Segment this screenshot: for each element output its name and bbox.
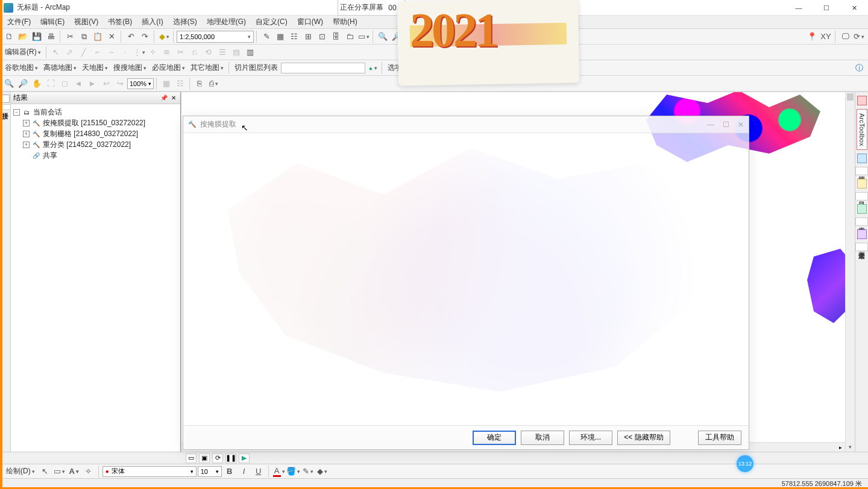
open-icon[interactable]: 📂 <box>16 30 30 43</box>
basemap-bing[interactable]: 必应地图 <box>149 63 187 73</box>
right-tab-create-features[interactable]: 创建要素 <box>855 243 868 251</box>
layout-back-icon[interactable]: ↩ <box>99 77 113 90</box>
dialog-maximize-icon[interactable]: ☐ <box>723 120 729 129</box>
layout-zoom-combo[interactable]: 100%▾ <box>127 78 154 89</box>
rectangle-tool-icon[interactable]: ▭ <box>53 465 66 478</box>
layout-view-tab[interactable]: ▣ <box>199 453 210 463</box>
right-tab-attributes[interactable]: 属性 <box>855 167 868 175</box>
menu-edit[interactable]: 编辑(E) <box>36 16 69 28</box>
editor-toolbar-icon[interactable]: ✎ <box>260 30 273 43</box>
tree-item[interactable]: + 重分类 [214522_03272022] <box>12 139 179 150</box>
resume-draw-icon[interactable]: ▶ <box>239 453 250 463</box>
go-to-xy-icon[interactable]: 📍 <box>805 30 819 43</box>
layout-toggle1-icon[interactable]: ⎘ <box>193 77 206 90</box>
find-icon[interactable]: ⊡ <box>315 30 329 43</box>
layout-grid-icon[interactable]: ▦ <box>160 77 173 90</box>
layout-zoom-in-icon[interactable]: 🔍 <box>2 77 16 90</box>
menu-insert[interactable]: 插入(I) <box>137 16 168 28</box>
basemap-amap[interactable]: 高德地图 <box>41 63 79 73</box>
tree-item[interactable]: + 复制栅格 [214830_03272022] <box>12 128 179 139</box>
menu-select[interactable]: 选择(S) <box>168 16 202 28</box>
right-tab-catalog[interactable]: 目录 <box>855 192 868 201</box>
trace-icon[interactable]: ~ <box>105 46 118 59</box>
rotate-icon[interactable]: ⟲ <box>202 46 215 59</box>
font-combo[interactable]: ●宋体 ▾ <box>102 466 197 477</box>
font-size-combo[interactable]: 10▾ <box>198 466 222 477</box>
line-color-icon[interactable]: ✎ <box>301 465 315 478</box>
tool-help-button[interactable]: 工具帮助 <box>698 431 741 445</box>
basemap-google[interactable]: 谷歌地图 <box>2 63 40 73</box>
layout-prev-icon[interactable]: ◄ <box>72 77 85 90</box>
maximize-button[interactable]: ☐ <box>813 0 840 16</box>
menu-view[interactable]: 视图(V) <box>69 16 103 28</box>
arctoolbox-icon[interactable] <box>857 96 867 105</box>
cancel-button[interactable]: 取消 <box>521 431 564 445</box>
menu-bookmarks[interactable]: 书签(B) <box>103 16 137 28</box>
marker-color-icon[interactable]: ◆ <box>316 465 329 478</box>
point-icon[interactable]: · <box>119 46 132 59</box>
basemap-soso[interactable]: 搜搜地图 <box>111 63 149 73</box>
scale-combo[interactable]: 1:2,500,000 ▾ <box>177 31 254 43</box>
slice-layer-combo[interactable] <box>281 63 365 73</box>
layout-next-icon[interactable]: ► <box>86 77 99 90</box>
print-icon[interactable]: 🖶 <box>44 30 57 43</box>
layout-pan-icon[interactable]: ✋ <box>30 77 43 90</box>
map-vscroll[interactable]: ▾ <box>845 92 855 452</box>
layout-100-icon[interactable]: ◻ <box>58 77 71 90</box>
endpoint-icon[interactable]: ⌐ <box>91 46 104 59</box>
menu-help[interactable]: 帮助(H) <box>328 16 362 28</box>
hide-help-button[interactable]: << 隐藏帮助 <box>617 431 670 445</box>
edit-vertices-draw-icon[interactable]: ✧ <box>82 465 95 478</box>
layout-guides-icon[interactable]: ☷ <box>174 77 187 90</box>
attributes-icon[interactable] <box>857 154 867 163</box>
table-window-icon[interactable]: ⊞ <box>301 30 315 43</box>
results-pin-icon[interactable]: 📌 <box>160 95 168 101</box>
layout-zoom-out-icon[interactable]: 🔎 <box>16 77 30 90</box>
attributes-icon[interactable]: ☰ <box>216 46 229 59</box>
catalog-icon[interactable] <box>857 179 867 188</box>
menu-window[interactable]: 窗口(W) <box>292 16 328 28</box>
more-edit-icon[interactable]: ⋮ <box>133 46 146 59</box>
dialog-close-icon[interactable]: ✕ <box>738 120 744 129</box>
copy-icon[interactable]: ⧉ <box>77 30 90 43</box>
expand-icon[interactable]: + <box>23 131 30 137</box>
editor-menu[interactable]: 编辑器(R) <box>2 47 43 57</box>
pan-icon[interactable]: ✋ <box>404 30 417 43</box>
create-features-icon[interactable]: ▥ <box>244 46 257 59</box>
edit-annot-icon[interactable]: ⬀ <box>63 46 77 59</box>
createfeat-icon[interactable] <box>857 229 867 239</box>
environments-button[interactable]: 环境... <box>569 431 612 445</box>
tree-item[interactable]: + 按掩膜提取 [215150_03272022] <box>12 117 179 128</box>
search-tab-icon[interactable] <box>857 204 867 214</box>
layout-whole-icon[interactable]: ⛶ <box>44 77 57 90</box>
expand-icon[interactable]: + <box>23 120 30 126</box>
cut-icon[interactable]: ✂ <box>63 30 77 43</box>
user-reg-link[interactable]: 用户/注 <box>417 63 445 73</box>
save-icon[interactable]: 💾 <box>30 30 43 43</box>
ok-button[interactable]: 确定 <box>473 431 516 445</box>
basemap-other[interactable]: 其它地图 <box>188 63 226 73</box>
graph-icon[interactable]: ☷ <box>288 30 301 43</box>
menu-geoprocessing[interactable]: 地理处理(G) <box>202 16 251 28</box>
menu-file[interactable]: 文件(F) <box>2 16 36 28</box>
basemap-tianditu[interactable]: 天地图 <box>80 63 110 73</box>
layout-fwd-icon[interactable]: ↪ <box>113 77 127 90</box>
expand-icon[interactable]: + <box>23 142 30 148</box>
data-view-tab[interactable]: ▭ <box>186 453 197 463</box>
text-tool-icon[interactable]: A <box>68 465 81 478</box>
refresh-icon[interactable]: ⟳ <box>852 30 866 43</box>
layout-toggle2-icon[interactable]: ⎙ <box>207 77 220 90</box>
cut-poly-icon[interactable]: ✂ <box>174 46 187 59</box>
dialog-titlebar[interactable]: 🔨 按掩膜提取 — ☐ ✕ <box>183 116 749 133</box>
expand-icon[interactable]: − <box>13 109 20 116</box>
edit-vertices-icon[interactable]: ✧ <box>146 46 160 59</box>
full-extent-icon[interactable]: 🌐 <box>418 30 431 43</box>
select-elements-icon[interactable]: ↖ <box>39 465 52 478</box>
add-data-button[interactable]: ◆ <box>157 30 171 43</box>
delete-icon[interactable]: ✕ <box>105 30 118 43</box>
tree-share[interactable]: 共享 <box>12 150 179 161</box>
italic-icon[interactable]: I <box>237 465 251 478</box>
pause-draw-icon[interactable]: ❚❚ <box>225 453 236 463</box>
menu-customize[interactable]: 自定义(C) <box>251 16 292 28</box>
reshape-icon[interactable]: ≋ <box>160 46 174 59</box>
